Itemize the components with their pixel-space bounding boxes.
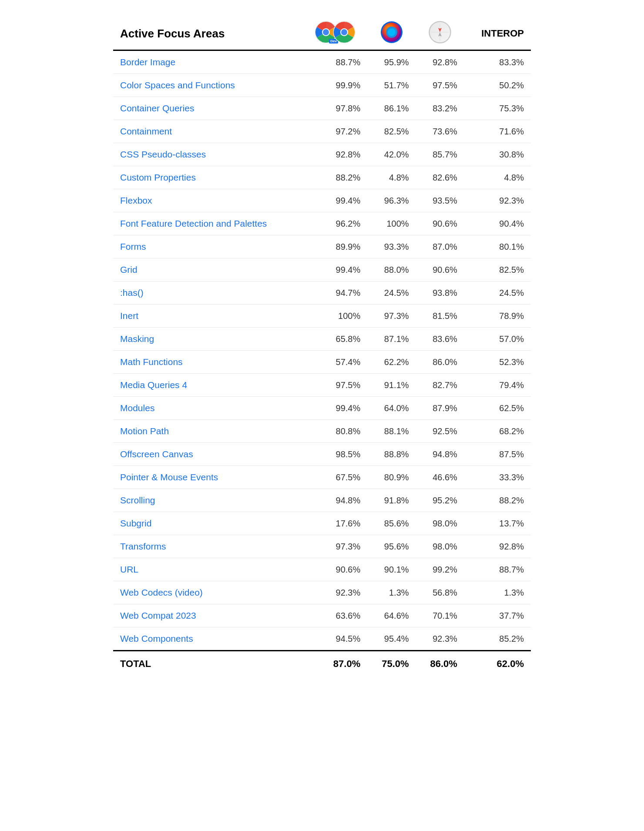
row-firefox: 91.8%	[367, 489, 416, 512]
row-name[interactable]: Grid	[113, 258, 303, 281]
row-safari: 87.9%	[416, 397, 464, 420]
row-firefox: 86.1%	[367, 97, 416, 120]
row-name[interactable]: :has()	[113, 281, 303, 305]
row-name[interactable]: Web Components	[113, 627, 303, 651]
row-name[interactable]: Font Feature Detection and Palettes	[113, 212, 303, 235]
table-row: Pointer & Mouse Events67.5%80.9%46.6%33.…	[113, 466, 531, 489]
row-name[interactable]: Subgrid	[113, 512, 303, 535]
table-row: :has()94.7%24.5%93.8%24.5%	[113, 281, 531, 305]
row-name[interactable]: Web Codecs (video)	[113, 581, 303, 604]
row-chrome: 65.8%	[303, 328, 368, 351]
row-chrome: 94.8%	[303, 489, 368, 512]
safari-icon	[429, 21, 451, 44]
row-firefox: 100%	[367, 212, 416, 235]
row-safari: 95.2%	[416, 489, 464, 512]
total-chrome: 87.0%	[303, 651, 368, 677]
row-safari: 70.1%	[416, 604, 464, 627]
row-firefox: 1.3%	[367, 581, 416, 604]
row-name[interactable]: Motion Path	[113, 420, 303, 443]
row-name[interactable]: Color Spaces and Functions	[113, 74, 303, 97]
table-row: Flexbox99.4%96.3%93.5%92.3%	[113, 189, 531, 212]
row-interop: 78.9%	[464, 305, 531, 328]
main-table-container: Active Focus Areas	[113, 17, 531, 677]
row-name[interactable]: Math Functions	[113, 351, 303, 374]
table-row: Inert100%97.3%81.5%78.9%	[113, 305, 531, 328]
table-row: Custom Properties88.2%4.8%82.6%4.8%	[113, 166, 531, 189]
row-safari: 99.2%	[416, 558, 464, 581]
row-name[interactable]: Offscreen Canvas	[113, 443, 303, 466]
row-chrome: 99.9%	[303, 74, 368, 97]
row-name[interactable]: Web Compat 2023	[113, 604, 303, 627]
table-row: Math Functions57.4%62.2%86.0%52.3%	[113, 351, 531, 374]
row-safari: 93.8%	[416, 281, 464, 305]
row-interop: 90.4%	[464, 212, 531, 235]
row-firefox: 4.8%	[367, 166, 416, 189]
row-name[interactable]: Modules	[113, 397, 303, 420]
table-row: Transforms97.3%95.6%98.0%92.8%	[113, 535, 531, 558]
row-chrome: 99.4%	[303, 258, 368, 281]
row-name[interactable]: Scrolling	[113, 489, 303, 512]
col-header-safari	[416, 17, 464, 50]
row-chrome: 97.3%	[303, 535, 368, 558]
row-chrome: 99.4%	[303, 189, 368, 212]
focus-areas-table: Active Focus Areas	[113, 17, 531, 677]
row-interop: 87.5%	[464, 443, 531, 466]
row-firefox: 97.3%	[367, 305, 416, 328]
row-firefox: 95.9%	[367, 50, 416, 74]
row-name[interactable]: Flexbox	[113, 189, 303, 212]
row-firefox: 90.1%	[367, 558, 416, 581]
row-safari: 92.3%	[416, 627, 464, 651]
row-chrome: 90.6%	[303, 558, 368, 581]
row-firefox: 24.5%	[367, 281, 416, 305]
row-safari: 85.7%	[416, 143, 464, 166]
table-row: Border Image88.7%95.9%92.8%83.3%	[113, 50, 531, 74]
row-name[interactable]: Media Queries 4	[113, 374, 303, 397]
row-chrome: 98.5%	[303, 443, 368, 466]
row-name[interactable]: Masking	[113, 328, 303, 351]
row-interop: 75.3%	[464, 97, 531, 120]
row-safari: 92.5%	[416, 420, 464, 443]
table-row: Masking65.8%87.1%83.6%57.0%	[113, 328, 531, 351]
row-interop: 13.7%	[464, 512, 531, 535]
row-name[interactable]: Border Image	[113, 50, 303, 74]
row-firefox: 80.9%	[367, 466, 416, 489]
row-name[interactable]: Containment	[113, 120, 303, 143]
row-safari: 97.5%	[416, 74, 464, 97]
row-firefox: 88.1%	[367, 420, 416, 443]
row-safari: 56.8%	[416, 581, 464, 604]
row-firefox: 88.8%	[367, 443, 416, 466]
row-name[interactable]: Custom Properties	[113, 166, 303, 189]
table-body: Border Image88.7%95.9%92.8%83.3%Color Sp…	[113, 50, 531, 651]
row-chrome: 100%	[303, 305, 368, 328]
table-row: Media Queries 497.5%91.1%82.7%79.4%	[113, 374, 531, 397]
row-name[interactable]: Transforms	[113, 535, 303, 558]
row-firefox: 91.1%	[367, 374, 416, 397]
row-interop: 50.2%	[464, 74, 531, 97]
row-interop: 62.5%	[464, 397, 531, 420]
row-firefox: 64.0%	[367, 397, 416, 420]
row-name[interactable]: Container Queries	[113, 97, 303, 120]
row-name[interactable]: Inert	[113, 305, 303, 328]
row-name[interactable]: Forms	[113, 235, 303, 258]
table-footer: TOTAL 87.0% 75.0% 86.0% 62.0%	[113, 651, 531, 677]
row-chrome: 99.4%	[303, 397, 368, 420]
row-name[interactable]: CSS Pseudo-classes	[113, 143, 303, 166]
row-firefox: 62.2%	[367, 351, 416, 374]
row-safari: 86.0%	[416, 351, 464, 374]
svg-point-2	[323, 29, 329, 35]
row-name[interactable]: URL	[113, 558, 303, 581]
total-label: TOTAL	[113, 651, 303, 677]
col-header-chrome: Dev	[303, 17, 368, 50]
row-chrome: 88.2%	[303, 166, 368, 189]
row-name[interactable]: Pointer & Mouse Events	[113, 466, 303, 489]
row-interop: 80.1%	[464, 235, 531, 258]
row-chrome: 96.2%	[303, 212, 368, 235]
row-interop: 88.2%	[464, 489, 531, 512]
row-firefox: 85.6%	[367, 512, 416, 535]
total-interop: 62.0%	[464, 651, 531, 677]
row-firefox: 64.6%	[367, 604, 416, 627]
row-chrome: 63.6%	[303, 604, 368, 627]
chrome-stable-icon	[333, 21, 356, 44]
table-row: Font Feature Detection and Palettes96.2%…	[113, 212, 531, 235]
table-row: Color Spaces and Functions99.9%51.7%97.5…	[113, 74, 531, 97]
